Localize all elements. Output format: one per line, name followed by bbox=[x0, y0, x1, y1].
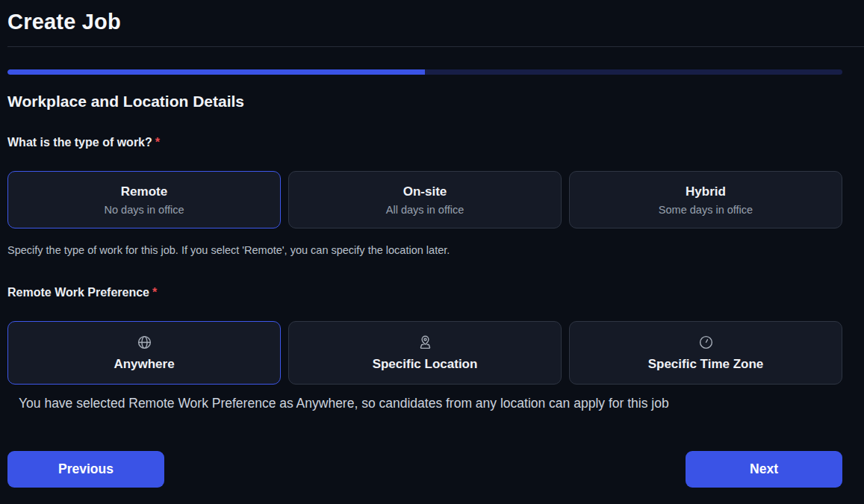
required-asterisk: * bbox=[155, 136, 160, 149]
option-card-specific-location[interactable]: Specific Location bbox=[288, 321, 562, 385]
type-of-work-helper-text: Specify the type of work for this job. I… bbox=[7, 243, 842, 257]
option-card-anywhere[interactable]: Anywhere bbox=[7, 321, 281, 385]
option-title: Specific Location bbox=[373, 356, 478, 372]
option-card-remote[interactable]: Remote No days in office bbox=[7, 171, 281, 228]
option-card-hybrid[interactable]: Hybrid Some days in office bbox=[569, 171, 842, 228]
previous-button[interactable]: Previous bbox=[7, 451, 164, 488]
next-button[interactable]: Next bbox=[686, 451, 842, 488]
option-title: Specific Time Zone bbox=[648, 356, 764, 372]
title-divider bbox=[7, 46, 864, 47]
remote-preference-options: Anywhere Specific Location Specific Time… bbox=[7, 321, 842, 385]
option-card-specific-time-zone[interactable]: Specific Time Zone bbox=[569, 321, 842, 385]
option-title: On-site bbox=[403, 184, 447, 199]
option-title: Anywhere bbox=[114, 356, 174, 372]
create-job-page: Create Job Workplace and Location Detail… bbox=[0, 0, 864, 488]
anywhere-selection-info-text: You have selected Remote Work Preference… bbox=[19, 396, 842, 411]
type-of-work-label: What is the type of work?* bbox=[7, 135, 842, 149]
map-pin-icon bbox=[417, 335, 433, 350]
remote-preference-label-text: Remote Work Preference bbox=[7, 286, 149, 299]
remote-preference-label: Remote Work Preference* bbox=[7, 285, 842, 299]
page-title: Create Job bbox=[7, 0, 842, 36]
clock-icon bbox=[698, 335, 714, 350]
option-subtitle: Some days in office bbox=[659, 203, 753, 217]
type-of-work-options: Remote No days in office On-site All day… bbox=[7, 171, 842, 228]
form-navigation: Previous Next bbox=[7, 451, 842, 488]
type-of-work-label-text: What is the type of work? bbox=[7, 136, 152, 149]
required-asterisk: * bbox=[152, 286, 157, 299]
progress-bar bbox=[7, 69, 842, 75]
option-title: Remote bbox=[121, 184, 167, 199]
section-heading: Workplace and Location Details bbox=[7, 93, 842, 111]
option-subtitle: All days in office bbox=[386, 203, 464, 217]
option-subtitle: No days in office bbox=[105, 203, 184, 217]
globe-icon bbox=[137, 335, 152, 350]
progress-bar-fill bbox=[7, 69, 425, 75]
option-title: Hybrid bbox=[686, 184, 726, 199]
option-card-on-site[interactable]: On-site All days in office bbox=[288, 171, 562, 228]
